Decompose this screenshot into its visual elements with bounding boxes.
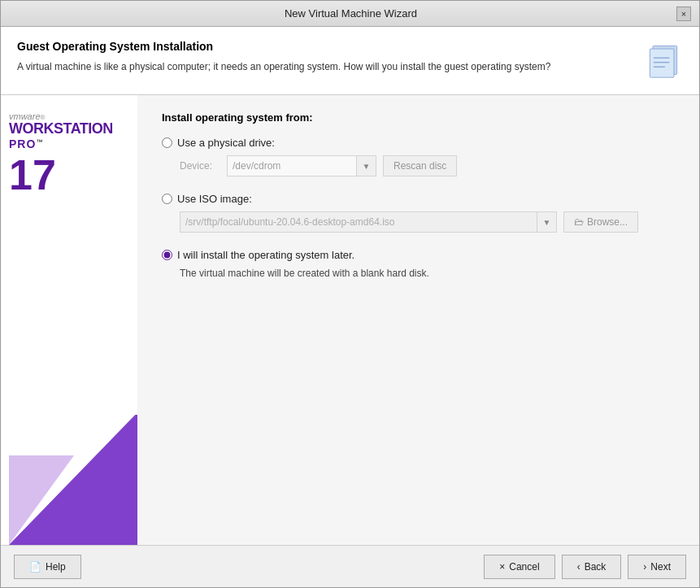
option-iso-row[interactable]: Use ISO image: xyxy=(162,193,675,205)
browse-button[interactable]: 🗁 Browse... xyxy=(563,211,638,233)
header-icon xyxy=(644,40,683,81)
brand-workstation: WORKSTATION xyxy=(9,120,113,137)
brand-version: 17 xyxy=(9,154,113,196)
option-physical-group: Use a physical drive: Device: ▼ Rescan d… xyxy=(162,137,675,176)
wizard-window: New Virtual Machine Wizard × Guest Opera… xyxy=(0,0,700,588)
cancel-icon: × xyxy=(499,561,505,573)
device-row: Device: ▼ Rescan disc xyxy=(180,155,675,176)
back-button[interactable]: ‹ Back xyxy=(562,555,622,579)
form-area: Install operating system from: Use a phy… xyxy=(137,95,699,545)
later-description: The virtual machine will be created with… xyxy=(180,268,675,279)
main-body: vmware® WORKSTATION PRO™ 17 xyxy=(1,95,699,545)
physical-label[interactable]: Use a physical drive: xyxy=(177,137,275,149)
close-button[interactable]: × xyxy=(676,7,691,21)
title-bar: New Virtual Machine Wizard × xyxy=(1,1,699,27)
header-section: Guest Operating System Installation A vi… xyxy=(1,27,699,95)
brand-pro: PRO xyxy=(9,137,36,150)
option-iso-group: Use ISO image: ▼ 🗁 Browse... xyxy=(162,193,675,233)
footer-left: 📄 Help xyxy=(14,555,81,579)
help-button[interactable]: 📄 Help xyxy=(14,555,81,579)
chevron-down-icon: ▼ xyxy=(543,218,551,227)
brand-tm: ™ xyxy=(36,137,42,145)
back-chevron-icon: ‹ xyxy=(577,561,580,573)
rescan-button[interactable]: Rescan disc xyxy=(383,155,457,176)
svg-rect-1 xyxy=(650,49,674,77)
section-title: Install operating system from: xyxy=(162,111,675,124)
next-label: Next xyxy=(650,561,671,573)
header-text: Guest Operating System Installation A vi… xyxy=(17,40,550,74)
vmware-logo: vmware® WORKSTATION PRO™ 17 xyxy=(9,111,113,196)
iso-dropdown-button[interactable]: ▼ xyxy=(537,211,557,233)
iso-path-input[interactable] xyxy=(180,211,537,233)
option-later-group: I will install the operating system late… xyxy=(162,249,675,279)
footer: 📄 Help × Cancel ‹ Back › Next xyxy=(1,545,699,587)
device-input[interactable] xyxy=(227,155,357,176)
help-label: Help xyxy=(46,561,66,573)
window-title: New Virtual Machine Wizard xyxy=(25,7,676,20)
footer-right: × Cancel ‹ Back › Next xyxy=(484,555,686,579)
sidebar: vmware® WORKSTATION PRO™ 17 xyxy=(1,95,137,545)
content-area: Guest Operating System Installation A vi… xyxy=(1,27,699,587)
iso-radio[interactable] xyxy=(162,194,172,204)
iso-row: ▼ 🗁 Browse... xyxy=(180,211,675,233)
page-title: Guest Operating System Installation xyxy=(17,40,550,53)
chevron-down-icon: ▼ xyxy=(363,162,371,171)
browse-label: Browse... xyxy=(587,216,628,228)
sidebar-graphic xyxy=(9,415,137,545)
option-later-row[interactable]: I will install the operating system late… xyxy=(162,249,675,261)
cancel-label: Cancel xyxy=(509,561,539,573)
device-label: Device: xyxy=(180,160,220,172)
later-label[interactable]: I will install the operating system late… xyxy=(177,249,354,261)
physical-radio[interactable] xyxy=(162,137,172,148)
help-icon: 📄 xyxy=(29,561,41,573)
device-dropdown-button[interactable]: ▼ xyxy=(357,155,376,176)
cancel-button[interactable]: × Cancel xyxy=(484,555,554,579)
option-physical-row[interactable]: Use a physical drive: xyxy=(162,137,675,149)
next-chevron-icon: › xyxy=(643,561,646,573)
device-select-wrapper: ▼ xyxy=(227,155,376,176)
page-description: A virtual machine is like a physical com… xyxy=(17,59,550,74)
next-button[interactable]: › Next xyxy=(628,555,686,579)
later-radio[interactable] xyxy=(162,250,172,260)
back-label: Back xyxy=(585,561,607,573)
folder-icon: 🗁 xyxy=(574,216,584,228)
iso-label[interactable]: Use ISO image: xyxy=(177,193,252,205)
